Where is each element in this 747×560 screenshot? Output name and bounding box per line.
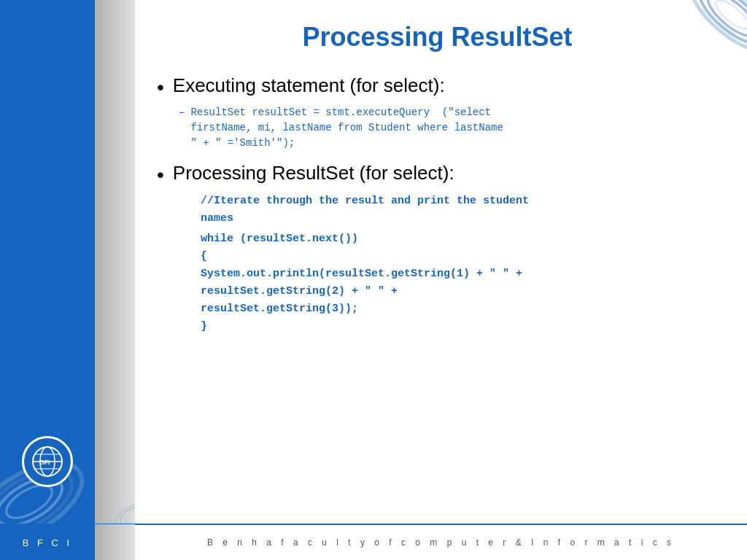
code-dash-item: – ResultSet resultSet = stmt.executeQuer…	[179, 105, 718, 151]
bullet-2: • Processing ResultSet (for select): //I…	[157, 162, 718, 335]
gray-accent-strip	[95, 0, 135, 524]
code-comment-2: names	[201, 210, 718, 228]
code-println-1: System.out.println(resultSet.getString(1…	[201, 265, 718, 283]
bfci-label: B F C I	[23, 537, 72, 548]
code-line-1: ResultSet resultSet = stmt.executeQuery …	[190, 105, 503, 120]
bullet-dot-2: •	[157, 163, 164, 187]
code-block-1: – ResultSet resultSet = stmt.executeQuer…	[179, 105, 718, 151]
bullet-1-label: Executing statement (for select):	[173, 74, 445, 97]
bullet-1-main: • Executing statement (for select):	[157, 74, 718, 99]
bottom-blue-strip: B F C I	[0, 524, 95, 560]
footer-tagline: B e n h a f a c u l t y o f c o m p u t …	[135, 537, 747, 548]
code-brace-close: }	[201, 318, 718, 335]
globe-icon: BFI	[29, 443, 66, 480]
bullet-dot-1: •	[157, 76, 164, 99]
left-sidebar: BFI	[0, 0, 95, 524]
svg-text:BFI: BFI	[39, 459, 50, 466]
code-println-3: resultSet.getString(3));	[201, 300, 718, 318]
slide-title: Processing ResultSet	[157, 22, 718, 52]
gray-strip-decoration	[95, 407, 135, 524]
bottom-bar: B F C I B e n h a f a c u l t y o f c o …	[0, 524, 747, 560]
code-dash: –	[179, 105, 185, 120]
bullet-2-main: • Processing ResultSet (for select):	[157, 162, 718, 187]
code-while: while (resultSet.next())	[201, 230, 718, 248]
bullet-1: • Executing statement (for select): – Re…	[157, 74, 718, 151]
code-brace-open: {	[201, 248, 718, 265]
code-line-3: " + " ='Smith'");	[190, 136, 503, 151]
bottom-gray-strip	[95, 524, 135, 560]
code-println-2: resultSet.getString(2) + " " +	[201, 283, 718, 300]
code-block-2: //Iterate through the result and print t…	[179, 192, 718, 335]
logo-area: BFI	[22, 436, 73, 487]
svg-point-10	[112, 497, 135, 524]
code-line-2: firstName, mi, lastName from Student whe…	[190, 120, 503, 136]
main-content: Processing ResultSet • Executing stateme…	[135, 0, 747, 524]
top-right-decoration	[652, 0, 747, 95]
bullet-2-label: Processing ResultSet (for select):	[173, 162, 454, 184]
code-comment-1: //Iterate through the result and print t…	[201, 192, 718, 210]
code-text-1: ResultSet resultSet = stmt.executeQuery …	[190, 105, 503, 151]
svg-point-11	[117, 501, 135, 524]
content-body: • Executing statement (for select): – Re…	[157, 74, 718, 509]
logo-circle: BFI	[22, 436, 73, 487]
